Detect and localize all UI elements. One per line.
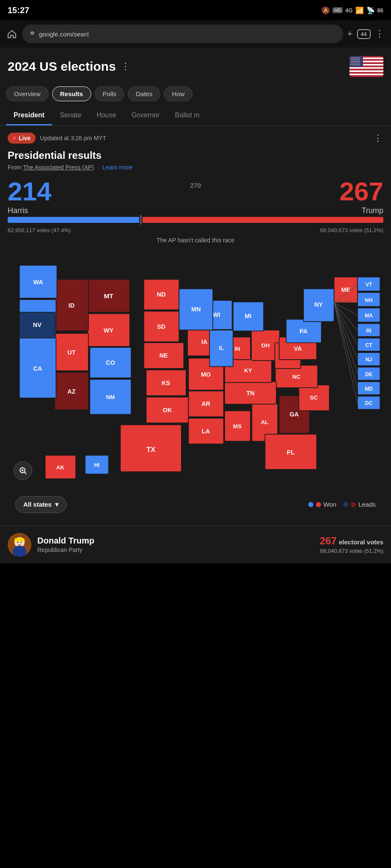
svg-rect-8 <box>349 67 383 69</box>
status-bar: 15:27 🔕 HD 4G 📶 📡 86 <box>0 0 391 20</box>
zoom-button[interactable] <box>14 461 32 480</box>
svg-text:MI: MI <box>245 313 251 319</box>
threshold-marker <box>140 215 142 225</box>
browser-actions: + 44 ⋮ <box>347 28 385 39</box>
svg-text:NC: NC <box>293 374 301 380</box>
tab-results[interactable]: Results <box>52 86 91 101</box>
trump-avatar <box>8 533 31 557</box>
svg-text:OH: OH <box>261 342 270 349</box>
page-header-menu-icon[interactable]: ⋮ <box>121 61 130 72</box>
svg-text:TX: TX <box>146 446 155 454</box>
not-called-text: The AP hasn't called this race <box>8 237 383 244</box>
svg-text:FL: FL <box>287 449 295 456</box>
learn-more-link[interactable]: Learn more <box>102 164 133 171</box>
legend-area: Won Leads <box>308 501 376 508</box>
vote-percentages: 62,956,117 votes (47.4%) 68,040,673 vote… <box>8 227 383 233</box>
add-tab-icon[interactable]: + <box>347 28 353 39</box>
svg-text:NV: NV <box>33 322 42 328</box>
svg-text:WI: WI <box>213 311 221 318</box>
blue-won-dot <box>308 502 313 507</box>
updated-text: Updated at 3:26 pm MYT <box>40 135 106 141</box>
harris-count: 214 Harris <box>8 178 51 215</box>
live-badge: Live <box>8 133 36 144</box>
us-map[interactable]: MT ND SD WY NE KS <box>8 251 383 486</box>
svg-text:SC: SC <box>310 394 318 401</box>
harris-popular-votes: 62,956,117 votes (47.4%) <box>8 227 71 233</box>
svg-text:MN: MN <box>191 306 201 313</box>
red-won-dot <box>316 502 321 507</box>
subtab-governor[interactable]: Governor <box>124 106 168 125</box>
svg-line-129 <box>334 303 357 389</box>
trump-vote-totals: 267 electoral votes 68,040,673 votes (51… <box>320 535 383 554</box>
svg-text:MO: MO <box>201 371 211 378</box>
ap-source-link[interactable]: The Associated Press (AP) <box>23 164 94 171</box>
browser-menu-icon[interactable]: ⋮ <box>375 28 385 39</box>
url-text: google.com/searć <box>39 31 89 38</box>
svg-text:DC: DC <box>365 400 373 406</box>
svg-text:RI: RI <box>366 328 371 334</box>
threshold-label: 270 <box>190 182 201 189</box>
live-badge-area: Live Updated at 3:26 pm MYT <box>8 133 106 144</box>
us-map-container: MT ND SD WY NE KS <box>8 251 383 486</box>
svg-text:VT: VT <box>366 282 372 288</box>
svg-line-130 <box>334 303 357 403</box>
svg-text:SD: SD <box>157 323 165 330</box>
tab-polls[interactable]: Polls <box>95 86 125 101</box>
address-bar[interactable]: google.com/searć <box>22 25 343 43</box>
trump-candidate-row[interactable]: Donald Trump Republican Party 267 electo… <box>0 526 391 563</box>
trump-popular-count: 68,040,673 votes (51.2%) <box>320 548 383 554</box>
svg-text:DE: DE <box>365 372 372 377</box>
subtab-senate[interactable]: Senate <box>52 106 89 125</box>
svg-text:WY: WY <box>104 327 114 334</box>
trump-name: Trump <box>340 206 383 215</box>
svg-text:AK: AK <box>56 464 64 471</box>
svg-point-138 <box>17 541 19 543</box>
all-states-button[interactable]: All states ▾ <box>15 496 67 513</box>
battery-icon: 86 <box>377 7 383 14</box>
harris-name: Harris <box>8 206 51 215</box>
svg-text:AZ: AZ <box>67 388 75 395</box>
trump-electoral-votes: 267 <box>340 178 383 205</box>
svg-text:MT: MT <box>104 292 114 300</box>
svg-line-127 <box>334 303 357 360</box>
tab-overview[interactable]: Overview <box>6 86 49 101</box>
results-title: Presidential results <box>8 150 383 161</box>
svg-text:TN: TN <box>246 390 254 397</box>
svg-text:CT: CT <box>366 342 373 348</box>
svg-line-125 <box>334 303 357 330</box>
svg-text:UT: UT <box>67 349 75 356</box>
subtab-president[interactable]: President <box>6 106 52 125</box>
tab-how[interactable]: How <box>164 86 193 101</box>
svg-text:ME: ME <box>341 286 351 293</box>
trump-display-name: Donald Trump <box>37 536 314 546</box>
trump-electoral-count: 267 electoral votes <box>320 535 383 547</box>
svg-text:NJ: NJ <box>366 357 372 363</box>
trump-info: Donald Trump Republican Party <box>37 536 314 553</box>
browser-bar: google.com/searć + 44 ⋮ <box>0 20 391 47</box>
4g-icon: 4G <box>345 7 352 14</box>
tab-dates[interactable]: Dates <box>128 86 160 101</box>
home-icon[interactable] <box>6 28 18 40</box>
trump-bar <box>142 217 383 223</box>
page-title-area: 2024 US elections ⋮ <box>8 59 130 74</box>
harris-bar <box>8 217 139 223</box>
svg-rect-9 <box>349 69 383 70</box>
threshold-area: 270 <box>190 178 201 191</box>
page-header: 2024 US elections ⋮ <box>0 47 391 83</box>
results-source: From The Associated Press (AP) · Learn m… <box>8 164 383 171</box>
trump-count: 267 Trump <box>340 178 383 215</box>
svg-text:CA: CA <box>33 365 42 372</box>
svg-rect-13 <box>349 75 383 77</box>
svg-text:KY: KY <box>244 367 252 374</box>
svg-text:ND: ND <box>157 291 166 298</box>
subtab-ballot[interactable]: Ballot m <box>168 106 207 125</box>
svg-text:WA: WA <box>33 279 43 286</box>
live-menu-icon[interactable]: ⋮ <box>373 133 383 144</box>
red-leads-dot <box>351 502 356 507</box>
subtab-house[interactable]: House <box>89 106 124 125</box>
progress-bar <box>8 217 383 223</box>
tab-count[interactable]: 44 <box>357 29 371 39</box>
svg-text:KS: KS <box>162 380 170 386</box>
us-flag: ★★★★★★ ★★★★★ ★★★★★★ ★★★★★ ★★★★★★ <box>349 56 383 77</box>
svg-text:NM: NM <box>106 394 115 400</box>
